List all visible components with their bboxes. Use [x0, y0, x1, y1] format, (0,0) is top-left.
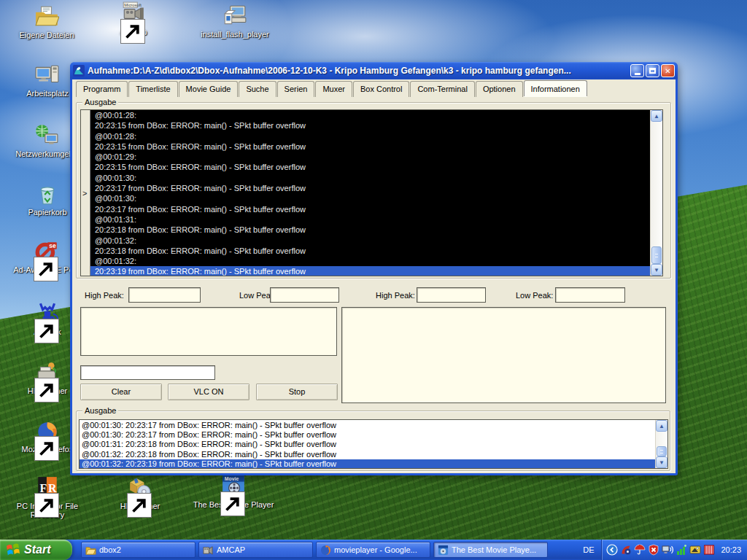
signal-bars-icon[interactable] [676, 544, 687, 556]
tab-strip: ProgrammTimerlisteMovie GuideSucheSerien… [76, 81, 588, 97]
maximize-button[interactable] [646, 64, 659, 77]
console-lines: @00:01:28:20:23:15 from DBox: ERROR: mai… [90, 110, 650, 276]
scroll-up-icon[interactable]: ▲ [651, 110, 662, 122]
desktop-icon-arbeitsplatz[interactable]: Arbeitsplatz [18, 63, 77, 98]
console-line[interactable]: @00:01:31: [90, 214, 650, 225]
console-line[interactable]: 20:23:17 from DBox: ERROR: main() - SPkt… [90, 183, 650, 193]
output-list-line[interactable]: @00:01:31: 20:23:18 from DBox: ERROR: ma… [80, 440, 655, 449]
scroll-down-icon[interactable]: ▼ [651, 264, 662, 276]
taskbar-clock[interactable]: 20:23 [721, 545, 741, 554]
system-tray: 20:23 [601, 540, 747, 560]
console-scrollbar[interactable]: ▲ ▼ [650, 110, 662, 276]
avira-umbrella-icon[interactable] [634, 544, 646, 556]
network-icon [34, 123, 59, 148]
avrack-icon [35, 301, 60, 326]
console-line[interactable]: @00:01:30: [90, 193, 650, 203]
console-line[interactable]: 20:23:19 from DBox: ERROR: main() - SPkt… [90, 266, 650, 276]
desktop-icon-pc-inspector-file-recovery[interactable]: FRPC Inspector File Recovery [9, 475, 85, 519]
output-group-label: Ausgabe [82, 98, 118, 106]
scroll-down-icon[interactable]: ▼ [656, 456, 667, 468]
console-line[interactable]: @00:01:32: [90, 236, 650, 246]
desktop-icon-hdcleaner[interactable]: HDCleaner [18, 360, 77, 395]
adwatch-icon[interactable] [620, 544, 632, 556]
desktop-icon-avrack[interactable]: AvRack [18, 301, 77, 336]
taskbar-task-amcap[interactable]: AMCAP [198, 542, 313, 558]
tab-programm[interactable]: Programm [76, 81, 128, 97]
high-peak-input-1[interactable] [128, 287, 201, 303]
shortcut-arrow-icon [34, 378, 42, 386]
console-line[interactable]: @00:01:30: [90, 173, 650, 183]
close-button[interactable]: ✕ [661, 64, 675, 77]
high-peak-input-2[interactable] [417, 287, 486, 303]
vnc-server-icon[interactable] [703, 544, 715, 556]
desktop-icon-best-movie-player[interactable]: MovielayerThe Best Movie Player [184, 474, 283, 509]
output-list-line[interactable]: @00:01:32: 20:23:19 from DBox: ERROR: ma… [80, 459, 655, 468]
tab-timerliste[interactable]: Timerliste [128, 81, 177, 97]
console-line[interactable]: 20:23:15 from DBox: ERROR: main() - SPkt… [90, 141, 650, 152]
shortcut-arrow-icon [127, 493, 135, 501]
clear-button[interactable]: Clear [80, 384, 162, 400]
output-list-line[interactable]: @00:01:30: 20:23:17 from DBox: ERROR: ma… [80, 430, 655, 440]
low-peak-label-2: Low Peak: [516, 291, 553, 300]
tab-muxer[interactable]: Muxer [315, 81, 352, 97]
low-peak-input-2[interactable] [555, 287, 625, 303]
list-scroll-thumb[interactable] [657, 446, 667, 456]
stop-button[interactable]: Stop [256, 384, 338, 400]
desktop-icon-eigene-dateien[interactable]: Eigene Dateien [14, 4, 80, 39]
console-scroll-thumb[interactable] [651, 246, 662, 264]
list-scrollbar[interactable]: ▲ ▼ [655, 420, 667, 468]
console-output[interactable]: > @00:01:28:20:23:15 from DBox: ERROR: m… [80, 109, 663, 276]
shortcut-arrow-icon [120, 19, 128, 27]
window-titlebar[interactable]: Aufnahme:D:\A-Z\d\dbox2\Dbox-Aufnahme\20… [70, 62, 678, 79]
desktop-icon-hdcleaner-setup[interactable]: HDCleaner [109, 475, 171, 510]
console-line[interactable]: @00:01:28: [90, 110, 650, 120]
svg-text:Movie: Movie [225, 476, 239, 481]
hdcleaner-icon [35, 360, 60, 385]
vlc-on-button[interactable]: VLC ON [168, 384, 249, 400]
output-list-line[interactable]: @00:01:32: 20:23:18 from DBox: ERROR: ma… [80, 450, 655, 459]
console-line[interactable]: @00:01:32: [90, 256, 650, 266]
tab-com-terminal[interactable]: Com-Terminal [410, 81, 474, 97]
tab-serien[interactable]: Serien [277, 81, 315, 97]
console-line[interactable]: 20:23:18 from DBox: ERROR: main() - SPkt… [90, 246, 650, 256]
installer-icon [128, 475, 152, 500]
minimize-button[interactable] [630, 64, 644, 77]
tab-suche[interactable]: Suche [239, 81, 276, 97]
console-line[interactable]: @00:01:28: [90, 131, 650, 141]
desktop-icon-amcap[interactable]: MicrosoftAmCap [111, 1, 156, 36]
console-line[interactable]: 20:23:17 from DBox: ERROR: main() - SPkt… [90, 204, 650, 214]
window-title: Aufnahme:D:\A-Z\d\dbox2\Dbox-Aufnahme\20… [88, 66, 630, 76]
tab-optionen[interactable]: Optionen [476, 81, 523, 97]
output-list-line[interactable]: @00:01:30: 20:23:17 from DBox: ERROR: ma… [80, 421, 655, 430]
svg-text:se: se [49, 242, 56, 249]
tab-box-control[interactable]: Box Control [353, 81, 409, 97]
language-indicator[interactable]: DE [576, 545, 601, 554]
security-shield-icon[interactable] [648, 544, 659, 556]
console-line[interactable]: 20:23:18 from DBox: ERROR: main() - SPkt… [90, 225, 650, 235]
output-listbox[interactable]: @00:01:30: 20:23:17 from DBox: ERROR: ma… [79, 419, 668, 469]
svg-text:Microsoft: Microsoft [124, 3, 142, 7]
command-input[interactable] [80, 365, 215, 380]
low-peak-input-1[interactable] [270, 287, 339, 303]
desktop-icon-papierkorb[interactable]: Papierkorb [18, 182, 77, 217]
display-panel-right [341, 307, 666, 403]
taskbar-task-dbox2[interactable]: dbox2 [81, 542, 196, 558]
firefox-icon [35, 419, 60, 443]
taskbar-task-movieplayer-google-[interactable]: movieplayer - Google... [316, 542, 430, 558]
scanner-icon[interactable] [689, 544, 701, 556]
console-scroll-track[interactable] [651, 122, 662, 264]
console-line[interactable]: 20:23:15 from DBox: ERROR: main() - SPkt… [90, 120, 650, 131]
volume-monitor-icon[interactable] [662, 544, 673, 556]
tab-informationen[interactable]: Informationen [524, 80, 587, 96]
console-line[interactable]: @00:01:29: [90, 152, 650, 162]
taskbar-task-the-best-movie-playe-[interactable]: The Best Movie Playe... [433, 542, 548, 558]
hidden-icons-chevron-icon[interactable] [606, 544, 618, 556]
scroll-up-icon[interactable]: ▲ [656, 420, 667, 432]
tab-movie-guide[interactable]: Movie Guide [179, 81, 239, 97]
console-line[interactable]: 20:23:15 from DBox: ERROR: main() - SPkt… [90, 162, 650, 172]
desktop-icon-install-flash-player[interactable]: install_flash_player [196, 4, 274, 39]
start-button[interactable]: Start [0, 540, 72, 560]
task-label: dbox2 [99, 545, 121, 554]
list-scroll-track[interactable] [656, 432, 667, 456]
folder-docs-icon [34, 4, 59, 29]
